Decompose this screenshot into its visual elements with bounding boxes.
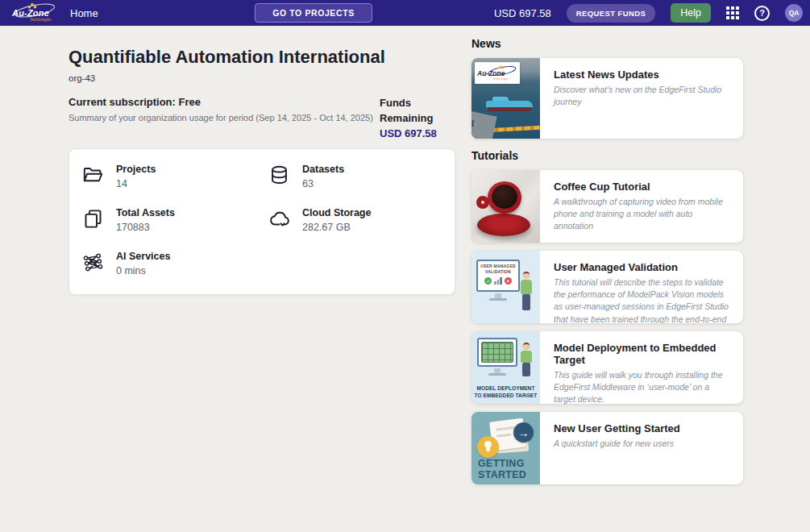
thumb-caption: GETTING STARTED — [478, 458, 534, 480]
usage-summary-text: Summary of your organization usage for p… — [69, 113, 373, 123]
stat-value: 282.67 GB — [302, 222, 371, 233]
stat-label: Total Assets — [116, 207, 175, 218]
stat-label: Projects — [116, 164, 156, 175]
help-button[interactable]: Help — [671, 3, 711, 23]
tutorial-card-description: A quickstart guide for new users — [554, 438, 680, 450]
tutorial-card-description: A walkthrough of capturing video from mo… — [554, 196, 730, 233]
cup-illustration — [488, 181, 521, 214]
news-thumb-logo: Au-Zone Technologies — [475, 62, 520, 84]
tutorial-card-title: User Managed Validation — [554, 261, 730, 273]
stat-value: 14 — [116, 178, 156, 189]
tutorial-card-coffee-cup[interactable]: Coffee Cup Tutorial A walkthrough of cap… — [471, 170, 743, 243]
news-card-latest-updates[interactable]: Au-Zone Technologies AI Latest News Upda… — [471, 58, 743, 139]
tutorial-card-getting-started[interactable]: → GETTING STARTED New User Getting Start… — [471, 412, 743, 484]
monitor-illustration: USER MANAGED VALIDATION ✓ ✕ — [476, 260, 520, 292]
tutorial-card-description: This guide will walk you through install… — [554, 369, 730, 404]
page-title: Quantifiable Automation International — [69, 47, 455, 68]
x-icon: ✕ — [505, 277, 512, 285]
news-thumb-tagline-text: Technologies — [492, 77, 509, 81]
tutorial-card-description: This tutorial will describe the steps to… — [554, 276, 730, 323]
user-avatar[interactable]: QA — [785, 4, 803, 22]
logo-tagline-text: Technologies — [30, 18, 51, 22]
tutorial-card-title: Model Deployment to Embedded Target — [554, 342, 730, 366]
user-managed-validation-thumbnail: USER MANAGED VALIDATION ✓ ✕ — [471, 251, 540, 323]
go-to-projects-button[interactable]: GO TO PROJECTS — [255, 3, 372, 23]
funds-remaining-label: Funds Remaining — [380, 96, 455, 127]
arrow-icon: → — [513, 422, 534, 443]
news-heading: News — [471, 37, 743, 51]
tutorials-heading: Tutorials — [471, 149, 743, 163]
subscription-info: Current subscription: Free Summary of yo… — [69, 96, 373, 142]
news-thumbnail: Au-Zone Technologies AI — [471, 58, 540, 139]
stat-projects: Projects 14 — [76, 164, 262, 189]
nav-home-link[interactable]: Home — [70, 7, 98, 19]
funds-remaining-value: USD 697.58 — [380, 127, 455, 142]
stat-cloud-storage: Cloud Storage 282.67 GB — [262, 207, 448, 233]
model-deployment-thumbnail: MODEL DEPLOYMENT TO EMBEDDED TARGET — [471, 331, 540, 404]
cup-handle-illustration — [476, 196, 489, 209]
stat-label: AI Services — [116, 251, 170, 262]
tutorial-card-model-deployment[interactable]: MODEL DEPLOYMENT TO EMBEDDED TARGET Mode… — [471, 331, 743, 404]
navbar-right-group: USD 697.58 REQUEST FUNDS Help ? QA — [494, 0, 803, 26]
thumb-caption: MODEL DEPLOYMENT TO EMBEDDED TARGET — [473, 385, 538, 400]
boat-illustration — [486, 97, 533, 111]
check-icon: ✓ — [484, 277, 492, 285]
database-icon — [268, 164, 290, 186]
stat-label: Cloud Storage — [302, 207, 371, 218]
current-subscription-label: Current subscription: Free — [69, 96, 373, 108]
question-mark-icon[interactable]: ? — [754, 6, 770, 21]
folder-open-icon — [82, 164, 104, 186]
stat-datasets: Datasets 63 — [262, 164, 448, 189]
thumb-caption: USER MANAGED VALIDATION — [480, 264, 517, 274]
top-navbar: Au-Zone Technologies Home GO TO PROJECTS… — [0, 0, 810, 26]
apps-grid-icon[interactable] — [726, 6, 739, 19]
ai-network-icon — [82, 251, 104, 273]
getting-started-thumbnail: → GETTING STARTED — [471, 412, 540, 484]
dock-ai-label: AI — [471, 117, 475, 129]
org-id: org-43 — [69, 73, 455, 83]
person-illustration — [518, 272, 534, 317]
organization-summary-section: Quantifiable Automation International or… — [69, 47, 455, 295]
monitor-illustration — [477, 338, 517, 367]
tutorial-card-title: Coffee Cup Tutorial — [554, 181, 730, 193]
request-funds-button[interactable]: REQUEST FUNDS — [567, 4, 655, 23]
stat-value: 0 mins — [116, 265, 170, 276]
circuit-board-illustration — [481, 342, 513, 363]
news-card-title: Latest News Updates — [554, 69, 730, 81]
stat-total-assets: Total Assets 170883 — [76, 207, 262, 233]
coffee-cup-thumbnail — [471, 170, 540, 243]
person-illustration — [519, 343, 534, 381]
stat-ai-services: AI Services 0 mins — [76, 251, 262, 276]
usage-stats-card: Projects 14 Datasets 63 — [69, 148, 455, 295]
documents-icon — [82, 208, 104, 230]
stat-label: Datasets — [302, 164, 344, 175]
bar-chart-icon — [494, 277, 502, 285]
news-tutorials-sidebar: News Au-Zone Technologies — [471, 37, 743, 493]
account-balance: USD 697.58 — [494, 7, 551, 19]
stat-value: 63 — [302, 178, 344, 189]
tutorial-card-title: New User Getting Started — [554, 422, 680, 434]
auzone-logo[interactable]: Au-Zone Technologies — [8, 1, 60, 25]
cloud-sync-icon — [268, 208, 290, 230]
logo-brand-text: Au-Zone — [12, 8, 49, 18]
news-thumb-brand-text: Au-Zone — [477, 69, 505, 77]
dock-illustration: AI — [471, 110, 497, 139]
news-card-description: Discover what’s new on the EdgeFirst Stu… — [554, 84, 730, 108]
funds-remaining-block: Funds Remaining USD 697.58 — [380, 96, 455, 142]
stat-value: 170883 — [116, 222, 175, 233]
lightbulb-icon — [477, 436, 499, 458]
tutorial-card-user-managed-validation[interactable]: USER MANAGED VALIDATION ✓ ✕ User Managed… — [471, 251, 743, 323]
saucer-illustration — [477, 214, 530, 236]
subscription-row: Current subscription: Free Summary of yo… — [69, 96, 455, 142]
